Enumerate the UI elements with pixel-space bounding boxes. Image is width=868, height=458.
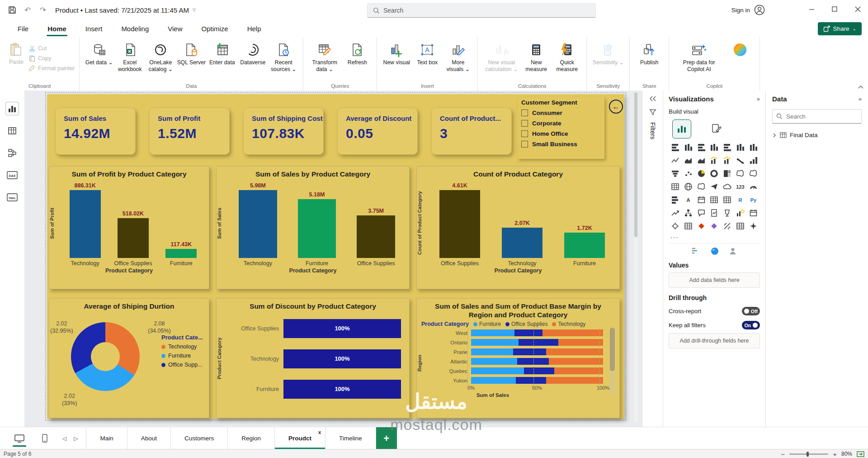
- visual-icon-map[interactable]: [734, 168, 747, 178]
- chart-sum-of-profit[interactable]: Sum of Profit by Product CategorySum of …: [49, 166, 209, 289]
- report-page[interactable]: Sum of Sales14.92MSum of Profit1.52MSum …: [47, 94, 624, 419]
- visual-icon-clustered-column[interactable]: [708, 142, 721, 152]
- collapse-data-pane-icon[interactable]: »: [859, 95, 862, 102]
- checkbox-icon[interactable]: [521, 130, 528, 137]
- visual-icon-matrix-vis[interactable]: [721, 195, 734, 205]
- enter-data-button[interactable]: Enter data: [207, 40, 237, 66]
- stacked-bar[interactable]: [471, 358, 603, 365]
- chart-sales-margin-by-region[interactable]: Sum of Sales and Sum of Product Base Mar…: [416, 298, 620, 418]
- menu-item-help[interactable]: Help: [247, 22, 261, 36]
- slicer-item-corporate[interactable]: Corporate: [521, 120, 604, 127]
- dataverse-button[interactable]: Dataverse: [238, 40, 268, 66]
- kpi-card-3[interactable]: Sum of Shipping Cost107.83K: [243, 108, 324, 155]
- segment-technology[interactable]: [546, 348, 603, 355]
- kpi-card-4[interactable]: Average of Discount0.05: [337, 108, 418, 155]
- scroll-thumb[interactable]: [610, 328, 615, 371]
- close-tab-icon[interactable]: x: [318, 429, 321, 435]
- undo-icon[interactable]: ↶: [20, 2, 35, 18]
- visual-icon-gear-chart[interactable]: [669, 221, 682, 231]
- get-data-button[interactable]: Get data ⌄: [84, 40, 114, 66]
- refresh-button[interactable]: Refresh: [342, 40, 372, 66]
- segment-furniture[interactable]: [471, 358, 517, 365]
- checkbox-icon[interactable]: [521, 141, 528, 148]
- page-tab-about[interactable]: About: [127, 427, 171, 449]
- minimize-button[interactable]: [801, 0, 822, 18]
- global-search-input[interactable]: Search: [367, 3, 596, 18]
- visual-icon-clustered-bar[interactable]: [695, 142, 708, 152]
- bar-furniture[interactable]: [165, 249, 197, 258]
- visual-icon-hundred-column[interactable]: [747, 142, 760, 152]
- zoom-slider[interactable]: [789, 453, 828, 455]
- legend-item[interactable]: Furniture: [473, 321, 501, 327]
- visual-icon-letter-a[interactable]: A: [682, 195, 695, 205]
- stacked-bar[interactable]: [471, 377, 603, 384]
- data-tree-item-final-data[interactable]: Final Data: [772, 132, 862, 138]
- excel-workbook-button[interactable]: Excel workbook: [115, 40, 145, 72]
- text-box-button[interactable]: AText box: [412, 40, 442, 66]
- visual-icon-line[interactable]: [669, 155, 682, 165]
- stacked-bar[interactable]: [471, 348, 603, 355]
- visual-scrollbar[interactable]: [610, 328, 615, 395]
- bar-office-supplies[interactable]: 100%: [283, 319, 401, 338]
- bar-office-supplies[interactable]: [439, 190, 480, 258]
- new-page-button[interactable]: +: [376, 427, 397, 449]
- checkbox-icon[interactable]: [521, 120, 528, 127]
- bar-technology[interactable]: [239, 190, 277, 258]
- visual-icon-chart-coin[interactable]: [734, 208, 747, 218]
- keep-all-filters-toggle[interactable]: On: [742, 321, 760, 329]
- legend-item[interactable]: Office Supp...: [161, 362, 203, 368]
- visual-icon-donut-chart[interactable]: [708, 168, 721, 178]
- visual-icon-filled-map[interactable]: [747, 168, 760, 178]
- visual-icon-line-clustered[interactable]: [721, 155, 734, 165]
- more-visuals-button[interactable]: More visuals ⌄: [443, 40, 473, 72]
- segment-technology[interactable]: [546, 377, 603, 384]
- expand-filters-icon[interactable]: [650, 96, 656, 101]
- visual-icon-dots-grid[interactable]: [734, 221, 747, 231]
- visual-icon-slash-chart[interactable]: [721, 221, 734, 231]
- paste-button[interactable]: Paste: [5, 40, 28, 65]
- kpi-card-5[interactable]: Count of Product...3: [431, 108, 512, 155]
- segment-office-supplies[interactable]: [516, 377, 546, 384]
- page-tab-main[interactable]: Main: [86, 427, 127, 449]
- on-object-format-icon[interactable]: [692, 247, 701, 254]
- menu-item-insert[interactable]: Insert: [85, 22, 103, 36]
- visual-icon-speech[interactable]: [695, 208, 708, 218]
- format-painter-button[interactable]: Format painter: [29, 63, 75, 73]
- bar-office-supplies[interactable]: [357, 215, 395, 258]
- visual-icon-line-column[interactable]: [708, 155, 721, 165]
- recent-sources-button[interactable]: Recent sources ⌄: [269, 40, 298, 72]
- legend-item[interactable]: Technology: [161, 344, 203, 350]
- menu-item-file[interactable]: File: [18, 22, 28, 36]
- build-visual-mode-button[interactable]: [672, 119, 691, 138]
- slicer-item-small-business[interactable]: Small Business: [521, 141, 604, 148]
- segment-furniture[interactable]: [471, 348, 513, 355]
- visual-icon-card-123[interactable]: 123: [734, 181, 747, 191]
- title-dropdown-icon[interactable]: ▽: [193, 8, 196, 12]
- segment-furniture[interactable]: [471, 339, 519, 346]
- visual-icon-funnel[interactable]: [669, 168, 682, 178]
- kpi-card-2[interactable]: Sum of Profit1.52M: [149, 108, 230, 155]
- visual-icon-table-vis[interactable]: [708, 195, 721, 205]
- chart-avg-shipping-duration[interactable]: Average of Shiping Durtion2.02(32.95%)2.…: [49, 298, 209, 418]
- copy-button[interactable]: Copy: [29, 53, 75, 63]
- new-visual-calculation-button[interactable]: fxNew visual calculation ⌄: [482, 40, 520, 72]
- visual-icon-spark[interactable]: [747, 221, 760, 231]
- visual-icon-arrow-chart[interactable]: [669, 208, 682, 218]
- more-visuals-ellipsis[interactable]: ...: [670, 232, 760, 239]
- visual-icon-globe-map[interactable]: [682, 181, 695, 191]
- new-visual-button[interactable]: New visual: [382, 40, 411, 66]
- legend-item[interactable]: Technology: [552, 321, 585, 327]
- visual-icon-waterfall[interactable]: [747, 155, 760, 165]
- segment-furniture[interactable]: [471, 377, 516, 384]
- zoom-out-icon[interactable]: −: [781, 450, 785, 458]
- visual-icon-area[interactable]: [682, 155, 695, 165]
- add-data-fields-box[interactable]: Add data fields here: [669, 272, 760, 288]
- report-view-icon[interactable]: [6, 102, 19, 115]
- segment-furniture[interactable]: [471, 367, 524, 374]
- sql-server-button[interactable]: SQL Server: [176, 40, 206, 66]
- visual-icon-pct-column[interactable]: [734, 142, 747, 152]
- visual-icon-scatter[interactable]: [682, 168, 695, 178]
- visual-icon-ribbon-chart[interactable]: [734, 155, 747, 165]
- segment-technology[interactable]: [549, 358, 603, 365]
- visual-icon-calendar[interactable]: [695, 195, 708, 205]
